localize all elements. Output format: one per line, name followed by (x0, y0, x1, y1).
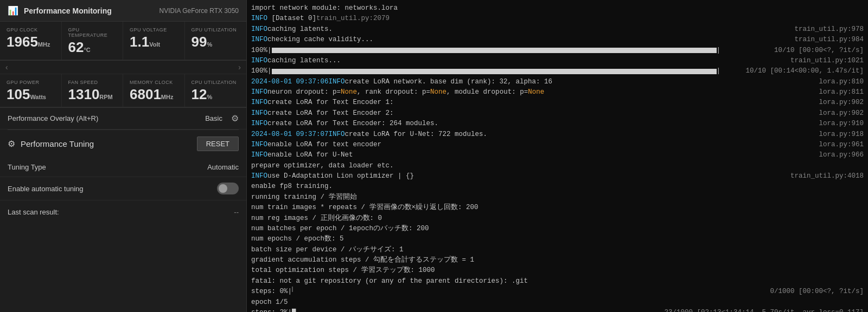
gpu-power-label: GPU POWER (7, 80, 55, 85)
term-line: INFO use D-Adaptation Lion optimizer | {… (251, 171, 864, 181)
term-line: num batches per epoch / 1epochのバッチ数: 200 (251, 224, 864, 234)
overlay-label: Performance Overlay (Alt+R) (8, 114, 201, 122)
gpu-temp-label: GPU TEMPERATURE (68, 27, 117, 38)
term-line: INFO enable LoRA for U-Netlora.py:966 (251, 150, 864, 160)
gpu-clock-label: GPU CLOCK (7, 27, 55, 32)
gpu-temp-value: 62°C (68, 40, 117, 54)
term-line: 2024-08-01 09:37:06 INFO create LoRA net… (251, 77, 864, 87)
cpu-util-cell: CPU UTILIZATION 12% (185, 74, 247, 107)
term-line: INFO [Dataset 0]train_util.py:2079 (251, 14, 864, 24)
tuning-type-value: Automatic (207, 163, 239, 171)
toggle-track (217, 183, 239, 194)
term-line: INFO checking cache validity...train_uti… (251, 35, 864, 45)
mem-clock-value: 6801MHz (130, 87, 178, 101)
performance-icon: 📊 (8, 5, 18, 16)
gear-icon[interactable]: ⚙ (231, 113, 239, 123)
tuning-title: Performance Tuning (21, 139, 192, 148)
tuning-type-label: Tuning Type (8, 163, 207, 171)
panel-title: Performance Monitoring (24, 6, 154, 15)
term-line: INFO caching latents.train_util.py:978 (251, 24, 864, 35)
gpu-util-label: GPU UTILIZATION (192, 27, 240, 32)
term-line: 2024-08-01 09:37:07 INFO create LoRA for… (251, 129, 864, 140)
term-line: INFO create LoRA for Text Encoder 1:lora… (251, 98, 864, 108)
auto-tuning-toggle[interactable] (217, 183, 239, 194)
term-line: num train images * repeats / 学習画像の数×繰り返し… (251, 203, 864, 213)
term-line: num reg images / 正則化画像の数: 0 (251, 213, 864, 224)
nav-arrow-row: ‹ › (0, 61, 246, 74)
metrics-row-1: GPU CLOCK 1965MHz GPU TEMPERATURE 62°C G… (0, 22, 246, 61)
term-line: batch size per device / バッチサイズ: 1 (251, 245, 864, 255)
last-scan-value: -- (234, 208, 239, 216)
last-scan-label: Last scan result: (8, 208, 234, 216)
term-line-progress1: 100%|| 10/10 [00:00<?, ?it/s] (251, 46, 864, 56)
metrics-row-2: GPU POWER 105Watts FAN SPEED 1310RPM MEM… (0, 74, 246, 108)
term-line: total optimization steps / 学習ステップ数: 1000 (251, 265, 864, 276)
term-line: num epochs / epoch数: 5 (251, 234, 864, 244)
tuning-icon: ⚙ (8, 139, 15, 149)
reset-button[interactable]: RESET (197, 136, 239, 151)
last-scan-row: Last scan result: -- (0, 200, 246, 224)
toggle-thumb (219, 184, 227, 193)
term-line: running training / 学習開始 (251, 192, 864, 203)
mem-clock-cell: MEMORY CLOCK 6801MHz (123, 74, 185, 107)
term-line: gradient accumulation steps / 勾配を合計するステッ… (251, 255, 864, 265)
fan-speed-cell: FAN SPEED 1310RPM (62, 74, 124, 107)
term-line-progress2: 100%|| 10/10 [00:14<00:00, 1.47s/it] (251, 66, 864, 76)
cpu-util-value: 12% (192, 87, 240, 101)
cpu-util-label: CPU UTILIZATION (192, 80, 240, 85)
gpu-power-value: 105Watts (7, 87, 55, 101)
term-line: INFO create LoRA for Text Encoder: 264 m… (251, 119, 864, 129)
tuning-header: ⚙ Performance Tuning RESET (0, 130, 246, 158)
auto-tuning-row: Enable automatic tuning (0, 177, 246, 200)
gpu-clock-value: 1965MHz (7, 35, 55, 49)
gpu-voltage-cell: GPU VOLTAGE 1.1Volt (123, 22, 185, 60)
next-arrow[interactable]: › (238, 63, 241, 72)
gpu-voltage-label: GPU VOLTAGE (130, 27, 178, 32)
fan-speed-label: FAN SPEED (68, 80, 117, 85)
left-panel: 📊 Performance Monitoring NVIDIA GeForce … (0, 0, 247, 312)
term-line: INFO enable LoRA for text encoderlora.py… (251, 140, 864, 150)
term-line: enable fp8 training. (251, 181, 864, 192)
gpu-temp-cell: GPU TEMPERATURE 62°C (62, 22, 124, 60)
auto-tuning-label: Enable automatic tuning (8, 185, 217, 193)
tuning-type-row: Tuning Type Automatic (0, 158, 246, 177)
gpu-clock-cell: GPU CLOCK 1965MHz (0, 22, 62, 60)
overlay-mode: Basic (205, 114, 222, 122)
terminal-panel: import network module: networks.lora INF… (247, 0, 868, 312)
term-line-steps0: steps: 0%| 0/1000 [00:00<?, ?it/s] (251, 287, 864, 297)
overlay-row: Performance Overlay (Alt+R) Basic ⚙ (0, 108, 246, 129)
term-line: epoch 1/5 (251, 297, 864, 308)
fan-speed-value: 1310RPM (68, 87, 117, 101)
panel-header: 📊 Performance Monitoring NVIDIA GeForce … (0, 0, 246, 22)
mem-clock-label: MEMORY CLOCK (130, 80, 178, 85)
term-line: prepare optimizer, data loader etc. (251, 161, 864, 171)
gpu-util-value: 99% (192, 35, 240, 49)
term-line: import network module: networks.lora (251, 3, 864, 14)
prev-arrow[interactable]: ‹ (5, 63, 8, 72)
term-line: fatal: not a git repository (or any of t… (251, 276, 864, 287)
term-line-steps2: steps: 2%|█ 23/1000 [02:13<1:34:14, 5.79… (251, 308, 864, 312)
gpu-power-cell: GPU POWER 105Watts (0, 74, 62, 107)
term-line: INFO neuron dropout: p=None, rank dropou… (251, 87, 864, 98)
term-line: INFO create LoRA for Text Encoder 2:lora… (251, 108, 864, 119)
gpu-name: NVIDIA GeForce RTX 3050 (159, 7, 239, 15)
gpu-voltage-value: 1.1Volt (130, 35, 178, 49)
term-line: INFO caching latents...train_util.py:102… (251, 56, 864, 66)
gpu-util-cell: GPU UTILIZATION 99% (185, 22, 247, 60)
